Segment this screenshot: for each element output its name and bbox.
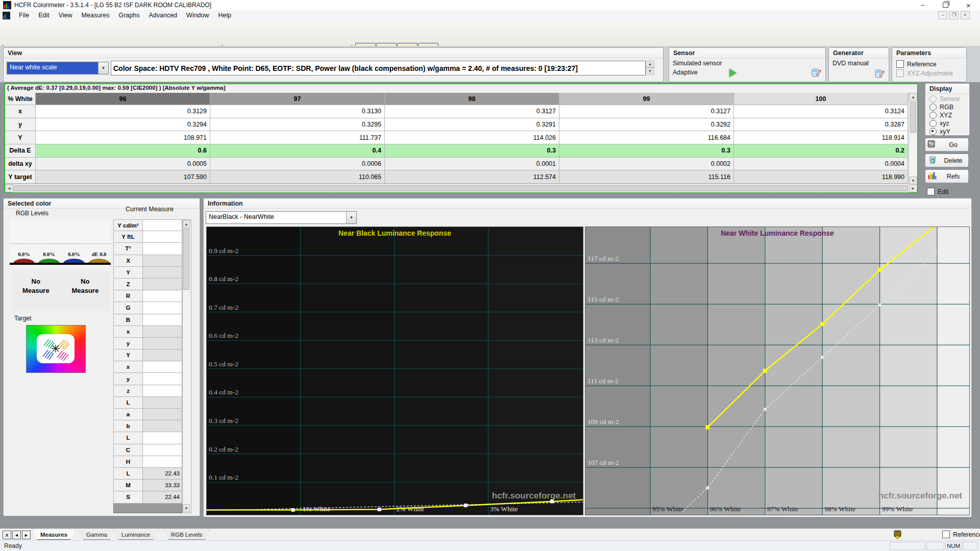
table-cell[interactable]: 111.737 xyxy=(210,131,385,144)
menu-item-edit[interactable]: Edit xyxy=(34,11,54,20)
table-cell[interactable]: 0.3295 xyxy=(210,118,385,132)
table-cell[interactable]: 0.3292 xyxy=(559,118,734,132)
table-cell[interactable]: 118.990 xyxy=(734,170,908,184)
radio-circle-icon[interactable] xyxy=(929,104,937,111)
cm-value[interactable] xyxy=(143,255,182,267)
cm-value[interactable] xyxy=(143,219,182,231)
cm-value[interactable] xyxy=(143,314,182,326)
column-header-96[interactable]: 96 xyxy=(36,93,210,105)
checkbox-box[interactable] xyxy=(927,188,935,195)
refs-button[interactable]: Refs xyxy=(925,169,969,183)
cm-value[interactable] xyxy=(143,456,182,468)
cm-value[interactable] xyxy=(143,420,182,432)
cm-value[interactable]: 22.43 xyxy=(143,468,182,480)
information-selector-dropdown[interactable]: NearBlack - NearWhite ▼ xyxy=(206,211,357,224)
restore-button[interactable] xyxy=(934,0,957,10)
cm-value[interactable] xyxy=(143,279,182,290)
reference-bottom-checkbox[interactable]: Reference xyxy=(942,531,980,538)
table-cell[interactable]: 0.0006 xyxy=(210,158,385,171)
reference-checkbox[interactable]: Reference xyxy=(896,60,937,68)
table-cell[interactable]: 0.3127 xyxy=(385,105,559,118)
cm-value[interactable] xyxy=(143,373,182,385)
tab-gamma[interactable]: Gamma xyxy=(79,530,115,540)
table-cell[interactable]: 108.971 xyxy=(36,131,210,144)
table-cell[interactable]: 0.2 xyxy=(734,144,908,158)
table-cell[interactable]: 112.574 xyxy=(385,170,559,184)
cm-value[interactable] xyxy=(143,231,182,243)
prev-tab-button[interactable]: ◄ xyxy=(12,531,21,539)
cm-value[interactable]: 22.44 xyxy=(143,491,182,503)
tab-rgb-levels[interactable]: RGB Levels xyxy=(163,530,210,540)
table-cell[interactable]: 114.026 xyxy=(385,131,559,144)
delete-button[interactable]: Delete xyxy=(925,154,969,167)
cm-value[interactable] xyxy=(143,361,182,373)
table-cell[interactable]: 0.3130 xyxy=(210,105,385,118)
near-white-scale-dropdown[interactable]: Near white scale ▼ xyxy=(7,62,109,74)
cm-value[interactable] xyxy=(143,432,182,444)
checkbox-box[interactable] xyxy=(896,60,904,68)
generator-config-icon[interactable] xyxy=(874,68,885,81)
scroll-left-icon[interactable]: ◄ xyxy=(5,184,13,192)
display-radio-rgb[interactable]: RGB xyxy=(929,103,960,111)
table-cell[interactable]: 0.0001 xyxy=(385,158,559,171)
cm-value[interactable] xyxy=(143,326,182,338)
cm-value[interactable] xyxy=(143,444,182,456)
menu-item-file[interactable]: File xyxy=(14,11,34,20)
table-cell[interactable]: 0.3127 xyxy=(559,105,734,118)
column-header-99[interactable]: 99 xyxy=(559,93,734,105)
scroll-right-icon[interactable]: ► xyxy=(909,184,917,192)
mdi-restore-button[interactable]: ❒ xyxy=(949,11,959,19)
mdi-close-button[interactable]: × xyxy=(961,11,970,19)
table-cell[interactable]: 0.3291 xyxy=(385,118,559,132)
current-measure-scrollbar[interactable]: ▲ ▼ xyxy=(182,219,191,513)
table-cell[interactable]: 0.6 xyxy=(36,144,210,158)
display-radio-xyz[interactable]: xyz xyxy=(929,119,960,128)
tab-measures[interactable]: Measures xyxy=(33,530,75,540)
scroll-up-icon[interactable]: ▲ xyxy=(909,93,917,101)
close-view-button[interactable]: X xyxy=(3,531,11,539)
table-cell[interactable]: 0.3124 xyxy=(734,105,908,118)
table-vertical-scrollbar[interactable]: ▲ ▼ xyxy=(909,93,917,185)
radio-circle-icon[interactable] xyxy=(929,128,937,135)
radio-circle-icon[interactable] xyxy=(929,112,937,119)
minimize-button[interactable]: – xyxy=(911,0,934,10)
spinner-down-button[interactable]: ▼ xyxy=(646,67,654,74)
display-radio-xyz[interactable]: XYZ xyxy=(929,111,960,119)
column-header-100[interactable]: 100 xyxy=(734,93,908,105)
table-cell[interactable]: 0.0002 xyxy=(559,158,734,171)
menu-item-view[interactable]: View xyxy=(54,11,77,20)
cm-value[interactable] xyxy=(143,290,182,302)
table-cell[interactable]: 0.0004 xyxy=(734,158,908,171)
menu-item-graphs[interactable]: Graphs xyxy=(114,11,144,20)
menu-item-window[interactable]: Window xyxy=(182,11,213,20)
close-button[interactable]: × xyxy=(957,0,980,10)
cm-value[interactable] xyxy=(143,385,182,397)
radio-circle-icon[interactable] xyxy=(929,120,937,127)
table-cell[interactable]: 0.3287 xyxy=(734,118,908,132)
table-cell[interactable]: 118.914 xyxy=(734,131,908,144)
menu-item-advanced[interactable]: Advanced xyxy=(144,11,182,20)
cm-value[interactable] xyxy=(143,397,182,409)
table-cell[interactable]: 107.590 xyxy=(36,170,210,184)
cm-value[interactable] xyxy=(143,267,182,279)
go-button[interactable]: Go xyxy=(925,138,969,152)
column-header-97[interactable]: 97 xyxy=(210,93,385,105)
cm-value[interactable] xyxy=(143,338,182,349)
cm-value[interactable] xyxy=(143,349,182,361)
spinner-up-button[interactable]: ▲ xyxy=(646,61,654,67)
checkbox-box[interactable] xyxy=(942,531,950,538)
table-cell[interactable]: 116.684 xyxy=(559,131,734,144)
sensor-config-icon[interactable] xyxy=(811,67,821,80)
table-cell[interactable]: 0.3 xyxy=(559,144,734,158)
tab-luminance[interactable]: Luminance xyxy=(114,530,158,540)
menu-item-measures[interactable]: Measures xyxy=(77,11,114,20)
cm-value[interactable]: 33.33 xyxy=(143,480,182,491)
table-cell[interactable]: 0.0005 xyxy=(36,158,210,171)
mdi-minimize-button[interactable]: – xyxy=(938,11,947,19)
cm-value[interactable] xyxy=(143,409,182,420)
sensor-run-play-icon[interactable] xyxy=(729,69,737,77)
scroll-up-icon[interactable]: ▲ xyxy=(183,220,190,228)
display-radio-xyy[interactable]: xyY xyxy=(929,128,960,136)
chevron-down-icon[interactable]: ▼ xyxy=(346,212,356,223)
cm-value[interactable] xyxy=(143,243,182,255)
